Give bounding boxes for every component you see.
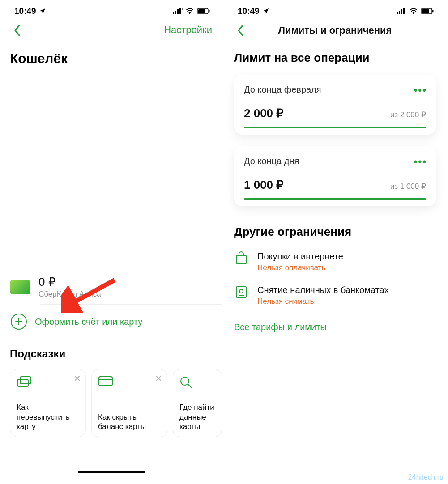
svg-rect-22: [401, 9, 402, 14]
all-tariffs-link[interactable]: Все тарифы и лимиты: [224, 314, 446, 340]
restriction-title: Снятие наличных в банкоматах: [257, 285, 389, 295]
limit-label: До конца дня: [244, 156, 426, 166]
more-icon[interactable]: •••: [414, 85, 427, 96]
tip-text: Где найти данные карты: [179, 403, 215, 431]
status-time: 10:49: [14, 6, 36, 16]
status-time: 10:49: [238, 6, 260, 16]
close-icon[interactable]: ✕: [155, 373, 162, 384]
limit-label: До конца февраля: [244, 85, 426, 95]
tip-card[interactable]: ✕ Как скрыть баланс карты: [91, 369, 167, 437]
tip-card[interactable]: ✕ Как перевыпустить карту: [10, 369, 86, 437]
back-button[interactable]: [9, 22, 25, 38]
tips-carousel[interactable]: ✕ Как перевыпустить карту ✕ Как скрыть б…: [1, 363, 222, 437]
restriction-atm[interactable]: Снятие наличных в банкоматах Нельзя сним…: [234, 279, 436, 312]
nav-settings-link[interactable]: Настройки: [164, 24, 212, 36]
nav-title: Лимиты и ограничения: [224, 25, 446, 36]
limit-of: из 2 000 ₽: [390, 110, 426, 119]
shopping-bag-icon: [234, 251, 249, 267]
svg-point-24: [413, 13, 414, 14]
svg-rect-20: [397, 12, 398, 14]
limit-progress-bar: [244, 127, 426, 128]
svg-rect-1: [175, 11, 176, 14]
cellular-icon: !: [173, 8, 183, 14]
wallet-empty-area: [1, 66, 222, 263]
cards-stack-icon: [17, 376, 79, 390]
svg-rect-7: [198, 9, 205, 13]
tip-text: Как перевыпустить карту: [17, 403, 79, 431]
limit-amount: 2 000 ₽: [244, 106, 284, 120]
restriction-list: Покупки в интернете Нельзя оплачивать Сн…: [224, 242, 446, 314]
add-account-label: Оформить счёт или карту: [35, 317, 142, 327]
close-icon[interactable]: ✕: [73, 373, 81, 384]
restriction-title: Покупки в интернете: [257, 251, 343, 262]
tip-card[interactable]: Где найти данные карты: [173, 369, 222, 437]
card-icon: [98, 376, 161, 388]
svg-line-16: [188, 384, 192, 388]
screen-wallet: 10:49 ! Настройки Кошелёк 0 ₽ СберКарта …: [1, 0, 222, 484]
limit-card-day[interactable]: До конца дня ••• 1 000 ₽ из 1 000 ₽: [234, 146, 436, 206]
svg-point-30: [239, 289, 243, 293]
svg-rect-0: [173, 12, 174, 14]
battery-icon: [197, 8, 210, 14]
svg-rect-3: [179, 8, 181, 14]
page-title: Кошелёк: [1, 43, 222, 66]
svg-rect-12: [20, 377, 31, 384]
wifi-icon: [409, 8, 418, 14]
add-account-button[interactable]: Оформить счёт или карту: [1, 305, 222, 340]
limit-progress-bar: [244, 198, 426, 200]
svg-rect-8: [209, 10, 210, 13]
svg-rect-11: [17, 379, 28, 386]
nav-bar: Настройки: [1, 18, 222, 43]
svg-rect-26: [422, 9, 429, 13]
limit-card-month[interactable]: До конца февраля ••• 2 000 ₽ из 2 000 ₽: [234, 75, 436, 135]
section-title-restrictions: Другие ограничения: [224, 209, 446, 242]
back-button[interactable]: [232, 22, 248, 38]
svg-rect-23: [403, 8, 405, 14]
limit-amount: 1 000 ₽: [244, 178, 284, 192]
restriction-sub: Нельзя оплачивать: [257, 263, 343, 272]
status-bar: 10:49: [224, 0, 446, 18]
svg-point-5: [189, 13, 190, 14]
tip-text: Как скрыть баланс карты: [98, 412, 161, 432]
svg-text:!: !: [182, 8, 183, 10]
restriction-internet[interactable]: Покупки в интернете Нельзя оплачивать: [234, 245, 436, 279]
wifi-icon: [185, 8, 194, 14]
svg-rect-27: [432, 10, 434, 13]
card-balance: 0 ₽: [38, 275, 101, 289]
battery-icon: [421, 8, 434, 14]
tips-title: Подсказки: [1, 340, 222, 363]
svg-rect-28: [236, 255, 246, 264]
nav-bar: Лимиты и ограничения: [224, 18, 446, 43]
more-icon[interactable]: •••: [414, 156, 427, 168]
home-indicator[interactable]: [78, 471, 145, 473]
card-name: СберКарта Алиса: [38, 290, 101, 299]
search-icon: [179, 376, 215, 391]
svg-rect-21: [399, 11, 400, 14]
location-icon: [262, 8, 269, 15]
watermark: 24hitech.ru: [408, 473, 444, 481]
chevron-left-icon: [13, 24, 21, 37]
plus-icon: [11, 314, 27, 330]
limit-of: из 1 000 ₽: [390, 182, 426, 191]
svg-point-15: [181, 377, 189, 385]
cellular-icon: [397, 8, 406, 14]
svg-rect-2: [177, 9, 179, 14]
wallet-card-row[interactable]: 0 ₽ СберКарта Алиса: [1, 263, 222, 304]
svg-rect-13: [99, 377, 112, 386]
chevron-left-icon: [237, 24, 244, 37]
location-icon: [39, 8, 46, 15]
restriction-sub: Нельзя снимать: [257, 297, 389, 306]
screen-limits: 10:49 Лимиты и ограничения Лимит на все …: [224, 0, 446, 484]
card-icon: [10, 280, 30, 294]
atm-icon: [234, 285, 249, 300]
status-bar: 10:49 !: [1, 0, 222, 18]
section-title-limits: Лимит на все операции: [224, 43, 446, 68]
